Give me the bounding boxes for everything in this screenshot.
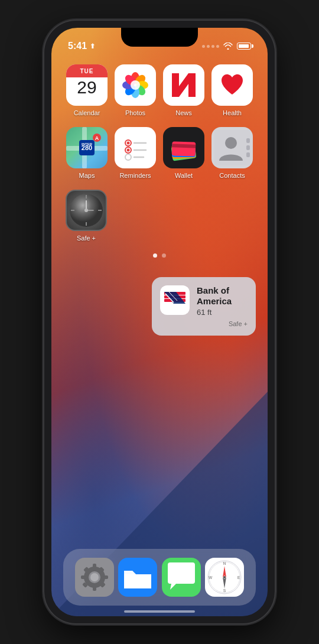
signal-dot-2 [207, 45, 210, 48]
wallet-icon [163, 127, 204, 168]
svg-text:A: A [95, 135, 99, 141]
app-grid-row2: INTER 280 A Maps [63, 127, 256, 179]
safe-icon [66, 190, 107, 231]
svg-point-34 [225, 137, 237, 149]
health-icon [211, 64, 253, 106]
messages-dock-item[interactable] [162, 558, 201, 597]
wifi-icon [223, 43, 233, 50]
settings-dock-item[interactable] [75, 558, 114, 597]
svg-point-72 [223, 576, 226, 578]
safari-svg: N S E W [205, 558, 244, 597]
safe-row: Safe + [63, 190, 256, 242]
page-dot-1 [153, 253, 157, 258]
maps-icon: INTER 280 A [66, 127, 108, 168]
home-indicator[interactable] [124, 610, 195, 613]
status-right [202, 43, 251, 50]
signal-bars [202, 45, 219, 48]
files-svg [118, 558, 157, 597]
health-label: Health [223, 109, 242, 116]
svg-point-23 [125, 154, 131, 160]
battery-icon [237, 43, 251, 50]
app-grid-row1: TUE 29 Calendar [63, 64, 256, 116]
calendar-icon: TUE 29 [66, 64, 108, 106]
wallet-label: Wallet [175, 172, 193, 179]
messages-dock-icon [162, 558, 201, 597]
news-label: News [175, 109, 192, 116]
svg-point-21 [127, 149, 130, 152]
svg-point-18 [127, 142, 130, 145]
svg-text:280: 280 [82, 144, 92, 151]
news-app[interactable]: News [162, 64, 205, 116]
svg-text:S: S [223, 588, 226, 593]
reminders-svg [120, 132, 151, 163]
svg-rect-54 [81, 575, 86, 579]
svg-point-60 [90, 573, 99, 581]
time-label: 5:41 [68, 41, 87, 51]
wallet-app[interactable]: Wallet [162, 127, 205, 179]
news-icon [163, 64, 204, 106]
safe-app[interactable]: Safe + [66, 190, 107, 242]
svg-text:N: N [223, 561, 226, 565]
notification-content: Bank of America 61 ft [160, 285, 248, 317]
files-dock-item[interactable] [118, 558, 157, 597]
svg-text:E: E [237, 575, 240, 580]
calendar-day: TUE [80, 68, 94, 74]
status-time: 5:41 ⬆ [68, 41, 95, 51]
reminders-label: Reminders [119, 172, 151, 179]
signal-dot-4 [216, 45, 219, 48]
photos-label: Photos [125, 109, 145, 116]
phone-screen: 5:41 ⬆ [51, 28, 268, 616]
calendar-header: TUE [66, 64, 108, 77]
settings-svg [75, 558, 114, 597]
notification-title: Bank of America [197, 285, 248, 307]
maps-label: Maps [79, 172, 95, 179]
messages-svg [162, 558, 201, 597]
svg-rect-28 [172, 141, 196, 156]
calendar-label: Calendar [74, 109, 100, 116]
safari-dock-icon: N S E W [205, 558, 244, 597]
files-dock-icon [118, 558, 157, 597]
maps-app[interactable]: INTER 280 A Maps [66, 127, 108, 179]
maps-svg: INTER 280 A [66, 127, 108, 168]
svg-rect-33 [246, 152, 250, 157]
news-svg [166, 67, 201, 103]
contacts-app[interactable]: Contacts [211, 127, 253, 179]
signal-dot-3 [211, 45, 214, 48]
location-icon: ⬆ [90, 43, 95, 50]
photos-icon [115, 64, 156, 106]
notification-app-label: Safe + [160, 320, 248, 327]
phone-frame: 5:41 ⬆ [44, 21, 275, 623]
contacts-label: Contacts [219, 172, 245, 179]
svg-rect-52 [93, 564, 96, 568]
svg-point-8 [131, 80, 140, 90]
notification-text: Bank of America 61 ft [197, 285, 248, 317]
calendar-app[interactable]: TUE 29 Calendar [66, 64, 108, 116]
svg-rect-32 [246, 145, 250, 150]
safe-svg [69, 193, 104, 228]
health-app[interactable]: Health [211, 64, 253, 116]
signal-dot-1 [202, 45, 205, 48]
contacts-svg [214, 130, 250, 165]
safe-label: Safe + [77, 235, 96, 242]
notch [121, 28, 198, 47]
wallet-svg [168, 132, 199, 163]
svg-rect-31 [246, 138, 250, 143]
notification-subtitle: 61 ft [197, 308, 248, 317]
safari-dock-item[interactable]: N S E W [205, 558, 244, 597]
settings-dock-icon [75, 558, 114, 597]
page-dots [63, 253, 256, 258]
notification-popup[interactable]: Bank of America 61 ft Safe + [152, 277, 256, 336]
reminders-icon [115, 127, 156, 168]
dock: N S E W [63, 549, 256, 606]
boa-logo-svg [162, 287, 188, 313]
reminders-app[interactable]: Reminders [114, 127, 157, 179]
svg-rect-53 [93, 586, 96, 591]
page-dot-2 [162, 253, 166, 258]
photos-flower-svg [120, 70, 151, 100]
notification-app-icon [160, 285, 190, 315]
home-content: TUE 29 Calendar [51, 58, 268, 551]
calendar-date: 29 [77, 79, 96, 96]
photos-app[interactable]: Photos [114, 64, 157, 116]
svg-text:W: W [209, 575, 213, 580]
svg-rect-55 [103, 575, 108, 579]
